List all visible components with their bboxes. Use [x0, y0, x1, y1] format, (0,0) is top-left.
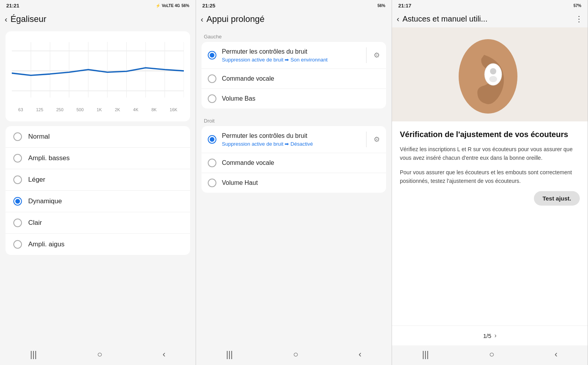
radio-permuter-gauche[interactable]	[208, 51, 216, 60]
freq-1k: 1K	[96, 107, 102, 112]
droit-options-card: Permuter les contrôles du bruit Suppress…	[201, 126, 386, 193]
ear-illustration-svg	[447, 33, 533, 116]
list-item-bass[interactable]: Ampli. basses	[5, 148, 190, 169]
list-item-dynamic[interactable]: Dynamique	[5, 191, 190, 212]
nav-recents-2[interactable]: |||	[226, 349, 233, 360]
list-item-soft[interactable]: Léger	[5, 169, 190, 191]
label-soft: Léger	[28, 176, 45, 184]
status-icons-1: ⚡ VoLTE 4G 56%	[156, 4, 189, 8]
radio-vocal-droit[interactable]	[208, 159, 216, 167]
back-button-2[interactable]: ‹	[201, 15, 203, 24]
radio-treble[interactable]	[13, 240, 22, 249]
option-subtitle-permuter-droit: Suppression active de bruit ➡ Désactivé	[222, 141, 359, 147]
gauche-options-card: Permuter les contrôles du bruit Suppress…	[201, 42, 386, 108]
top-nav-3: ‹ Astuces et manuel utili... ⋮	[392, 11, 588, 27]
panel-astuces: 21:17 57% ‹ Astuces et manuel utili... ⋮	[392, 0, 588, 365]
tips-body-1: Vérifiez les inscriptions L et R sur vos…	[400, 145, 580, 163]
signal-icon-2: 56%	[377, 4, 385, 8]
battery-icon-3: 57%	[573, 4, 581, 8]
nav-back-1[interactable]: ‹	[163, 349, 165, 360]
status-bar-1: 21:21 ⚡ VoLTE 4G 56%	[0, 0, 196, 11]
option-text-vocal-droit: Commande vocale	[222, 159, 380, 167]
option-vocal-droit[interactable]: Commande vocale	[201, 153, 386, 173]
radio-vocal-gauche[interactable]	[208, 74, 216, 83]
freq-500: 500	[76, 107, 83, 112]
option-title-volume-bas: Volume Bas	[222, 95, 380, 103]
option-text-vocal-gauche: Commande vocale	[222, 75, 380, 83]
label-dynamic: Dynamique	[28, 197, 62, 205]
nav-recents-1[interactable]: |||	[30, 349, 37, 360]
radio-dynamic[interactable]	[13, 197, 22, 206]
nav-home-3[interactable]: ○	[489, 349, 494, 360]
freq-125: 125	[36, 107, 43, 112]
eq-freq-labels: 63 125 250 500 1K 2K 4K 8K 16K	[12, 106, 184, 114]
option-volume-haut[interactable]: Volume Haut	[201, 173, 386, 193]
page-title-1: Égaliseur	[11, 14, 191, 24]
nav-home-2[interactable]: ○	[293, 349, 298, 360]
freq-16k: 16K	[170, 107, 178, 112]
status-bar-2: 21:25 56%	[196, 0, 392, 11]
gear-icon-gauche[interactable]: ⚙	[374, 51, 380, 60]
radio-volume-bas[interactable]	[208, 94, 216, 103]
nav-recents-3[interactable]: |||	[422, 349, 429, 360]
more-button-3[interactable]: ⋮	[575, 14, 583, 23]
freq-8k: 8K	[151, 107, 156, 112]
gear-icon-droit[interactable]: ⚙	[374, 135, 380, 144]
option-permuter-gauche[interactable]: Permuter les contrôles du bruit Suppress…	[201, 42, 386, 69]
equalizer-chart: 63 125 250 500 1K 2K 4K 8K 16K	[5, 31, 190, 121]
list-item-clear[interactable]: Clair	[5, 212, 190, 234]
radio-volume-haut[interactable]	[208, 179, 216, 187]
tips-content-area: Vérification de l'ajustement de vos écou…	[392, 121, 588, 322]
option-text-permuter-droit: Permuter les contrôles du bruit Suppress…	[222, 132, 359, 147]
top-nav-2: ‹ Appui prolongé	[196, 11, 392, 28]
test-button[interactable]: Test ajust.	[534, 191, 580, 206]
radio-normal[interactable]	[13, 132, 22, 141]
freq-250: 250	[56, 107, 63, 112]
signal-icon-1: VoLTE 4G	[162, 4, 180, 8]
page-title-3: Astuces et manuel utili...	[403, 14, 572, 23]
radio-clear[interactable]	[13, 219, 22, 227]
back-button-3[interactable]: ‹	[397, 14, 399, 23]
option-title-permuter-droit: Permuter les contrôles du bruit	[222, 132, 359, 140]
bluetooth-icon-1: ⚡	[156, 4, 160, 8]
option-title-permuter-gauche: Permuter les contrôles du bruit	[222, 48, 359, 56]
label-normal: Normal	[28, 133, 50, 141]
list-item-treble[interactable]: Ampli. aigus	[5, 234, 190, 255]
option-vocal-gauche[interactable]: Commande vocale	[201, 69, 386, 89]
label-treble: Ampli. aigus	[28, 240, 65, 248]
radio-permuter-droit[interactable]	[208, 135, 216, 144]
option-title-volume-haut: Volume Haut	[222, 179, 380, 187]
option-permuter-droit[interactable]: Permuter les contrôles du bruit Suppress…	[201, 126, 386, 153]
option-text-permuter-gauche: Permuter les contrôles du bruit Suppress…	[222, 48, 359, 63]
time-2: 21:25	[202, 3, 215, 9]
svg-point-14	[490, 68, 496, 74]
nav-back-3[interactable]: ‹	[555, 349, 557, 360]
option-title-vocal-droit: Commande vocale	[222, 159, 380, 167]
nav-back-2[interactable]: ‹	[359, 349, 361, 360]
list-item-normal[interactable]: Normal	[5, 126, 190, 148]
section-gauche: Gauche	[196, 28, 392, 42]
freq-2k: 2K	[115, 107, 120, 112]
radio-soft[interactable]	[13, 175, 22, 184]
panel-appui: 21:25 56% ‹ Appui prolongé Gauche Permut…	[196, 0, 392, 365]
pagination-chevron[interactable]: ›	[494, 332, 496, 339]
freq-63: 63	[18, 107, 23, 112]
bottom-nav-2: ||| ○ ‹	[196, 345, 392, 365]
option-title-vocal-gauche: Commande vocale	[222, 75, 380, 83]
nav-home-1[interactable]: ○	[97, 349, 102, 360]
freq-4k: 4K	[133, 107, 138, 112]
option-volume-bas[interactable]: Volume Bas	[201, 89, 386, 108]
tips-pagination: 1/5 ›	[392, 325, 588, 345]
radio-bass[interactable]	[13, 154, 22, 163]
tips-image-area	[392, 27, 588, 121]
tips-body-2: Pour vous assurer que les écouteurs et l…	[400, 168, 580, 186]
back-button-1[interactable]: ‹	[5, 15, 7, 24]
eq-preset-list: Normal Ampli. basses Léger Dynamique Cla…	[5, 126, 190, 255]
divider-1	[366, 47, 367, 63]
top-nav-1: ‹ Égaliseur	[0, 11, 196, 28]
option-subtitle-permuter-gauche: Suppression active de bruit ➡ Son enviro…	[222, 57, 359, 63]
time-3: 21:17	[398, 3, 411, 9]
eq-curve-svg	[12, 38, 184, 104]
pagination-text: 1/5	[483, 332, 491, 339]
status-bar-3: 21:17 57%	[392, 0, 588, 11]
